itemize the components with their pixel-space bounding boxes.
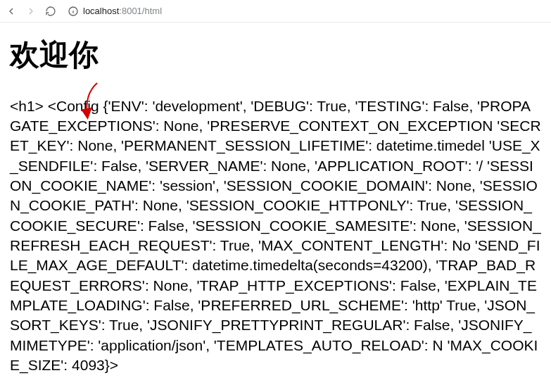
back-button[interactable]	[4, 4, 18, 18]
page-content: 欢迎你 <h1> <Config {'ENV': 'development', …	[0, 23, 551, 388]
page-heading: 欢迎你	[10, 35, 541, 75]
browser-toolbar: localhost:8001/html	[0, 0, 551, 23]
url-path: :8001/html	[119, 6, 162, 16]
forward-button[interactable]	[24, 4, 38, 18]
address-bar[interactable]: localhost:8001/html	[63, 6, 547, 17]
config-dump-text: <h1> <Config {'ENV': 'development', 'DEB…	[10, 96, 541, 376]
site-info-icon[interactable]	[68, 6, 79, 17]
url-text: localhost:8001/html	[83, 6, 162, 16]
reload-button[interactable]	[44, 4, 58, 18]
url-host: localhost	[83, 6, 119, 16]
